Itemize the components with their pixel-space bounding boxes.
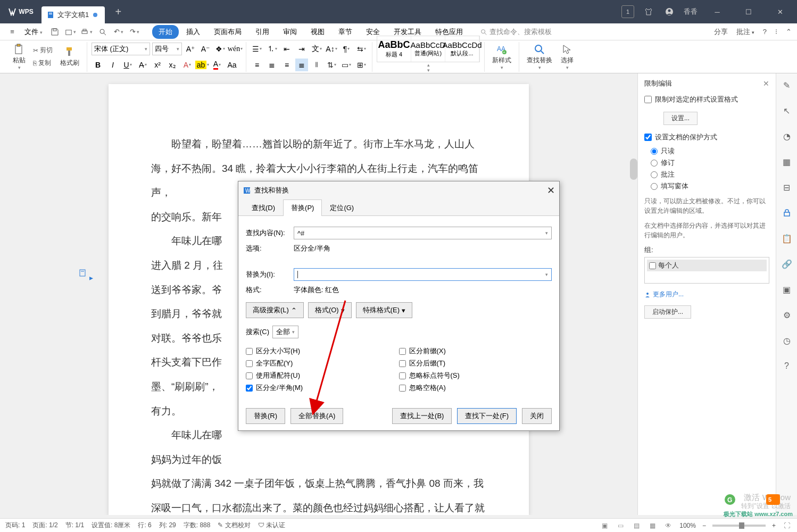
chk-suffix[interactable]: 区分后缀(T) <box>399 359 552 368</box>
tabs-icon[interactable]: ⇆ <box>355 43 368 55</box>
styles-down-icon[interactable]: ▾ <box>427 68 431 73</box>
find-content-input[interactable]: ^#▾ <box>294 227 552 239</box>
replace-button[interactable]: 替换(R) <box>246 408 285 424</box>
dialog-close-footer-button[interactable]: 关闭 <box>522 408 552 424</box>
view-web-icon[interactable]: ▦ <box>647 521 657 530</box>
numbering-icon[interactable]: ⒈ <box>265 43 278 55</box>
clear-format-icon[interactable]: ❖ <box>214 43 227 55</box>
dialog-titlebar[interactable]: W 查找和替换 ✕ <box>238 181 559 200</box>
increase-indent-icon[interactable]: ⇥ <box>295 43 308 55</box>
undo-icon[interactable]: ↶ <box>112 25 126 39</box>
gear-icon[interactable]: ⚙ <box>781 309 793 321</box>
align-center-icon[interactable]: ≣ <box>265 59 278 71</box>
copy-button[interactable]: ⎘ 复制 <box>31 57 55 69</box>
increase-font-icon[interactable]: A⁺ <box>184 43 197 55</box>
more-icon[interactable]: ⁝ <box>775 28 777 36</box>
sb-page[interactable]: 页面: 1/2 <box>32 521 57 530</box>
help-icon[interactable]: ? <box>763 28 767 36</box>
tab-insert[interactable]: 插入 <box>180 25 206 39</box>
file-menu[interactable]: 文件 ▾ <box>21 27 46 37</box>
chk-prefix[interactable]: 区分前缀(X) <box>399 346 552 356</box>
show-marks-icon[interactable]: ¶ <box>340 43 353 55</box>
tab-review[interactable]: 审阅 <box>277 25 303 39</box>
minimize-button[interactable]: ─ <box>705 4 729 20</box>
maximize-button[interactable]: ☐ <box>737 4 760 20</box>
align-right-icon[interactable]: ≡ <box>280 59 293 71</box>
scope-select[interactable]: 全部▾ <box>272 326 298 338</box>
sb-spellcheck[interactable]: ✎ 文档校对 <box>218 521 250 530</box>
clipboard-icon[interactable]: 📋 <box>781 232 793 245</box>
link-icon[interactable]: 🔗 <box>781 257 793 270</box>
close-window-button[interactable]: ✕ <box>768 4 792 20</box>
chk-space[interactable]: 忽略空格(A) <box>399 383 552 393</box>
find-prev-button[interactable]: 查找上一处(B) <box>392 408 452 424</box>
chk-wildcard[interactable]: 使用通配符(U) <box>246 371 399 380</box>
vertical-scrollbar[interactable] <box>630 159 637 180</box>
collapse-ribbon-icon[interactable]: ⌃ <box>786 28 792 36</box>
group-listbox[interactable]: 每个人 <box>644 257 769 284</box>
view-outline-icon[interactable]: ▤ <box>632 521 641 530</box>
table-icon[interactable]: ▦ <box>781 155 793 168</box>
radio-comment[interactable]: 批注 <box>651 170 769 179</box>
sb-auth[interactable]: 🛡 未认证 <box>258 521 285 530</box>
dialog-close-button[interactable]: ✕ <box>547 185 555 196</box>
restrict-format-checkbox[interactable]: 限制对选定的样式设置格式 <box>644 95 769 104</box>
bold-icon[interactable]: B <box>92 59 104 71</box>
page-margin-marker[interactable]: ▸ <box>79 269 93 287</box>
panel-close-icon[interactable]: ✕ <box>763 79 769 88</box>
change-case-icon[interactable]: Aa <box>226 59 238 71</box>
tab-view[interactable]: 视图 <box>304 25 331 39</box>
user-avatar-icon[interactable] <box>663 5 676 18</box>
superscript-icon[interactable]: x² <box>151 59 164 71</box>
font-size-select[interactable]: 四号▾ <box>152 43 182 55</box>
zoom-out-icon[interactable]: − <box>702 522 706 529</box>
style-heading4[interactable]: AaBbC标题 4 <box>377 36 411 62</box>
view-page-icon[interactable]: ▭ <box>616 521 625 530</box>
dialog-tab-replace[interactable]: 替换(P) <box>283 200 322 216</box>
fullscreen-icon[interactable]: ⛶ <box>782 521 792 530</box>
styles-up-icon[interactable]: ▴ <box>427 62 431 68</box>
cut-button[interactable]: ✂ 剪切 <box>31 45 55 56</box>
decrease-font-icon[interactable]: A⁻ <box>199 43 212 55</box>
hamburger-icon[interactable]: ≡ <box>5 25 19 39</box>
view-mode-icon[interactable]: ▣ <box>600 521 609 530</box>
find-next-button[interactable]: 查找下一处(F) <box>457 408 517 424</box>
style-default[interactable]: AaBbCcDd默认段... <box>445 36 479 62</box>
new-style-button[interactable]: AA+ 新样式▾ <box>489 42 514 71</box>
redo-icon[interactable]: ↷ <box>128 25 142 39</box>
tab-references[interactable]: 引用 <box>249 25 276 39</box>
tab-section[interactable]: 章节 <box>332 25 359 39</box>
settings-button[interactable]: 设置... <box>663 112 698 125</box>
clock-icon[interactable]: ◷ <box>781 334 793 347</box>
document-tab[interactable]: 文字文稿1 <box>41 6 105 23</box>
user-name[interactable]: 香香 <box>684 7 698 16</box>
align-justify-icon[interactable]: ≣ <box>295 59 308 71</box>
radio-readonly[interactable]: 只读 <box>651 146 769 156</box>
help-side-icon[interactable]: ? <box>781 360 793 372</box>
share-button[interactable]: 分享 <box>714 27 728 37</box>
paste-button[interactable]: 粘贴▾ <box>10 42 29 71</box>
subscript-icon[interactable]: x₂ <box>166 59 179 71</box>
new-tab-button[interactable]: + <box>110 4 126 20</box>
zoom-label[interactable]: 100% <box>679 522 696 529</box>
line-spacing-icon[interactable]: ⇅ <box>325 59 338 71</box>
asian-layout-icon[interactable]: 文 <box>310 43 323 55</box>
zoom-in-icon[interactable]: + <box>772 522 776 529</box>
sb-position[interactable]: 设置值: 8厘米 <box>92 521 130 530</box>
style-normal-web[interactable]: AaBbCcD普通(网站) <box>411 36 445 62</box>
command-search[interactable]: 查找命令、搜索模板 <box>480 27 552 37</box>
print-icon[interactable] <box>80 25 94 39</box>
borders-icon[interactable]: ⊞ <box>355 59 368 71</box>
save-icon[interactable] <box>48 25 62 39</box>
strikethrough-icon[interactable]: A̶ <box>136 59 149 71</box>
start-protect-button[interactable]: 启动保护... <box>644 305 691 319</box>
shading-icon[interactable]: ▭ <box>340 59 353 71</box>
text-effect-icon[interactable]: A <box>181 59 194 71</box>
radio-form[interactable]: 填写窗体 <box>651 181 769 191</box>
distribute-icon[interactable]: ⫴ <box>310 59 323 71</box>
select-button[interactable]: 选择▾ <box>558 42 577 71</box>
replace-with-input[interactable]: ▾ <box>294 268 552 281</box>
sb-row[interactable]: 行: 6 <box>138 521 151 530</box>
style-gallery[interactable]: AaBbC标题 4 AaBbCcD普通(网站) AaBbCcDd默认段... <box>377 36 480 62</box>
chk-punct[interactable]: 忽略标点符号(S) <box>399 371 552 380</box>
